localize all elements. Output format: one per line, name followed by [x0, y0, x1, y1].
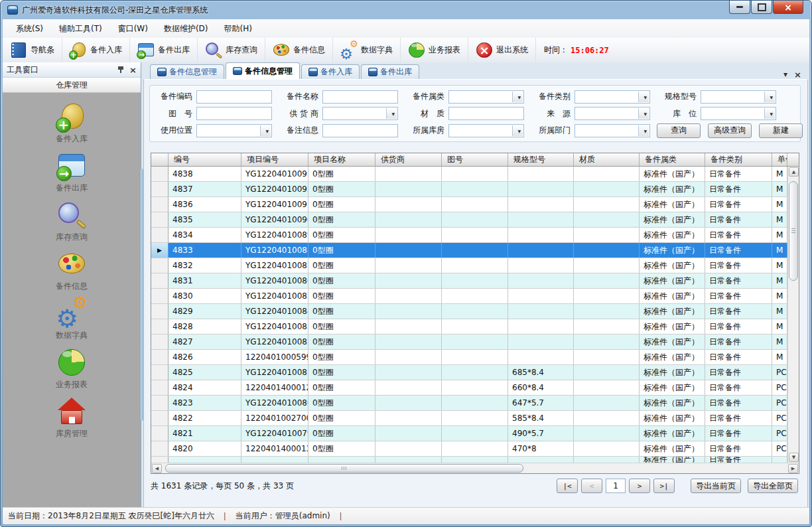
cell[interactable]: M [772, 350, 787, 364]
export-current-page-button[interactable]: 导出当前页 [691, 479, 741, 493]
menu-item[interactable]: 帮助(H) [216, 21, 260, 37]
table-row[interactable]: 4825YG122040100810型圈685*8.4标准件（国产）日常备件PC [151, 365, 787, 380]
last-page-button[interactable]: >| [653, 479, 675, 493]
cell[interactable]: 标准件（国产） [640, 441, 705, 456]
row-selector[interactable] [151, 289, 169, 303]
cell[interactable] [442, 167, 508, 181]
cell[interactable] [375, 197, 442, 212]
toolbar-button[interactable]: 备件入库 [62, 38, 130, 62]
cell[interactable] [574, 441, 640, 456]
cell[interactable]: 0型圈 [308, 289, 375, 303]
table-row[interactable]: 4837YG122040100920型圈标准件（国产）日常备件M [151, 182, 787, 197]
selector-column-header[interactable] [151, 153, 169, 166]
cell[interactable]: YG12204010083 [241, 319, 308, 334]
row-selector[interactable] [151, 167, 169, 181]
filter-button[interactable]: 高级查询 [708, 123, 752, 138]
cell[interactable] [442, 273, 508, 288]
cell[interactable]: 日常备件 [705, 228, 772, 242]
cell[interactable] [574, 228, 640, 242]
cell[interactable]: 4831 [169, 273, 241, 288]
cell[interactable]: 0型圈 [308, 182, 375, 196]
next-page-button[interactable]: > [629, 479, 650, 493]
cell[interactable]: 日常备件 [705, 212, 772, 227]
cell[interactable]: PC [772, 426, 787, 441]
sidebar-group-header[interactable]: 仓库管理 [3, 78, 141, 93]
cell[interactable]: PC [772, 380, 787, 395]
tab[interactable]: 备件入库 [301, 64, 360, 79]
menu-item[interactable]: 数据维护(D) [156, 21, 216, 37]
cell[interactable]: 0型圈 [308, 273, 375, 288]
cell[interactable] [574, 304, 640, 319]
cell[interactable]: YG12204010091 [241, 197, 308, 212]
cell[interactable] [442, 197, 508, 212]
cell[interactable]: 日常备件 [705, 273, 772, 288]
cell[interactable] [442, 212, 508, 227]
table-row[interactable]: 4832YG122040100870型圈标准件（国产）日常备件M [151, 258, 787, 273]
sidebar-item[interactable]: 备件入库 [56, 102, 88, 145]
table-row[interactable]: 4831YG122040100860型圈标准件（国产）日常备件M [151, 273, 787, 289]
field-input[interactable] [448, 124, 524, 137]
row-selector[interactable] [151, 380, 169, 395]
vertical-scrollbar[interactable]: ▲ ▼ [787, 167, 799, 463]
cell[interactable] [375, 258, 442, 273]
toolbar-button[interactable]: 数据字典 [333, 38, 401, 62]
minimize-button[interactable] [729, 1, 750, 14]
cell[interactable]: 日常备件 [705, 243, 772, 258]
cell[interactable]: 4820 [169, 441, 241, 456]
field-input[interactable] [196, 107, 272, 120]
cell[interactable]: YG12204010088 [241, 243, 308, 258]
cell[interactable]: M [772, 243, 787, 258]
cell[interactable]: 4832 [169, 258, 241, 273]
previous-page-button[interactable]: < [581, 479, 602, 493]
table-row[interactable]: 4830YG122040100850型圈标准件（国产）日常备件M [151, 289, 787, 304]
cell[interactable]: 日常备件 [705, 182, 772, 196]
cell[interactable]: 日常备件 [705, 350, 772, 364]
cell[interactable]: 1220401000599 [241, 350, 308, 364]
cell[interactable] [375, 411, 442, 425]
row-selector[interactable] [151, 426, 169, 441]
field-input[interactable] [196, 124, 272, 137]
column-header[interactable]: 项目名称 [308, 153, 375, 166]
close-button[interactable]: × [773, 1, 803, 14]
cell[interactable]: 日常备件 [705, 335, 772, 349]
cell[interactable] [574, 197, 640, 212]
cell[interactable]: 标准件（国产） [640, 365, 705, 380]
menu-item[interactable]: 窗口(W) [110, 21, 156, 37]
cell[interactable]: 660*8.4 [508, 380, 574, 395]
cell[interactable] [508, 228, 574, 242]
field-input[interactable] [701, 90, 776, 104]
field-input[interactable] [448, 107, 524, 120]
row-selector[interactable]: ▶ [151, 243, 169, 258]
cell[interactable] [375, 228, 442, 242]
cell[interactable] [508, 197, 574, 212]
field-input[interactable] [196, 90, 272, 104]
cell[interactable] [442, 411, 508, 425]
cell[interactable]: 标准件（国产） [640, 304, 705, 319]
cell[interactable] [574, 365, 640, 380]
horizontal-scrollbar[interactable]: ◀ ▶ [151, 463, 799, 473]
field-input[interactable] [575, 124, 650, 137]
export-all-pages-button[interactable]: 导出全部页 [748, 479, 798, 493]
column-header[interactable]: 规格型号 [508, 153, 574, 166]
cell[interactable] [442, 289, 508, 303]
table-row[interactable]: 4835YG122040100900型圈标准件（国产）日常备件M [151, 212, 787, 228]
cell[interactable]: 0型圈 [308, 258, 375, 273]
scroll-left-icon[interactable]: ◀ [152, 464, 162, 473]
row-selector[interactable] [151, 396, 169, 410]
cell[interactable]: 4821 [169, 426, 241, 441]
cell[interactable] [574, 212, 640, 227]
cell[interactable]: YG12204010092 [241, 182, 308, 196]
cell[interactable]: YG12204010081 [241, 365, 308, 380]
cell[interactable] [442, 365, 508, 380]
cell[interactable]: PC [772, 441, 787, 456]
cell[interactable]: M [772, 197, 787, 212]
cell[interactable]: 标准件（国产） [640, 411, 705, 425]
cell[interactable] [772, 457, 787, 463]
cell[interactable] [574, 457, 640, 463]
cell[interactable] [508, 319, 574, 334]
cell[interactable]: 0型圈 [308, 319, 375, 334]
sidebar-item[interactable]: 业务报表 [56, 348, 88, 390]
field-input[interactable] [322, 124, 398, 137]
cell[interactable]: M [772, 335, 787, 349]
cell[interactable] [375, 243, 442, 258]
